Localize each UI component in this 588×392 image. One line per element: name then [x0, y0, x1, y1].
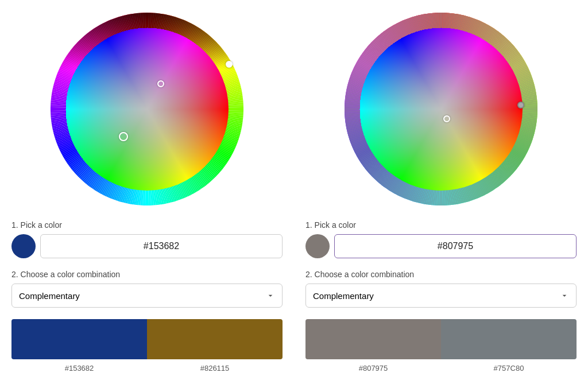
palette-swatch-2b	[441, 319, 577, 359]
color-dot-2a	[443, 115, 450, 122]
color-hex-input-2[interactable]	[334, 234, 577, 258]
color-wheel-2[interactable]	[343, 11, 539, 207]
ring-dot-1	[226, 61, 233, 68]
combo-select-2[interactable]: Complementary Analogous Triadic Split-Co…	[305, 284, 577, 308]
palette-bar-1	[11, 319, 283, 359]
pick-label-1: 1. Pick a color	[11, 220, 62, 230]
palette-label-2a: #807975	[305, 364, 441, 372]
palette-swatch-2a	[305, 319, 441, 359]
color-input-row-2	[305, 234, 577, 258]
app-container: 1. Pick a color 2. Choose a color combin…	[11, 11, 577, 372]
color-swatch-2	[305, 234, 330, 258]
wheel-wrapper-1	[11, 11, 283, 207]
wheel-canvas-1	[65, 28, 229, 191]
color-hex-input-1[interactable]	[40, 234, 283, 258]
palette-swatch-1b	[147, 319, 283, 359]
palette-bar-2	[305, 319, 577, 359]
wheel-canvas-2	[359, 28, 523, 191]
color-wheel-1[interactable]	[49, 11, 245, 207]
color-dot-1a	[157, 80, 164, 87]
palette-labels-2: #807975 #757C80	[305, 364, 577, 372]
color-dot-1b	[119, 132, 128, 141]
wheel-wrapper-2	[305, 11, 577, 207]
combo-select-1[interactable]: Complementary Analogous Triadic Split-Co…	[11, 284, 283, 308]
color-input-row-1	[11, 234, 283, 258]
ring-dot-2	[517, 102, 524, 108]
palette-labels-1: #153682 #826115	[11, 364, 283, 372]
palette-label-2b: #757C80	[441, 364, 577, 372]
panel-2: 1. Pick a color 2. Choose a color combin…	[305, 11, 577, 372]
color-swatch-1	[11, 234, 36, 258]
palette-swatch-1a	[11, 319, 147, 359]
combo-label-1: 2. Choose a color combination	[11, 270, 120, 279]
palette-label-1b: #826115	[147, 364, 283, 372]
pick-label-2: 1. Pick a color	[305, 220, 356, 230]
panel-1: 1. Pick a color 2. Choose a color combin…	[11, 11, 283, 372]
palette-label-1a: #153682	[11, 364, 147, 372]
combo-label-2: 2. Choose a color combination	[305, 270, 414, 279]
